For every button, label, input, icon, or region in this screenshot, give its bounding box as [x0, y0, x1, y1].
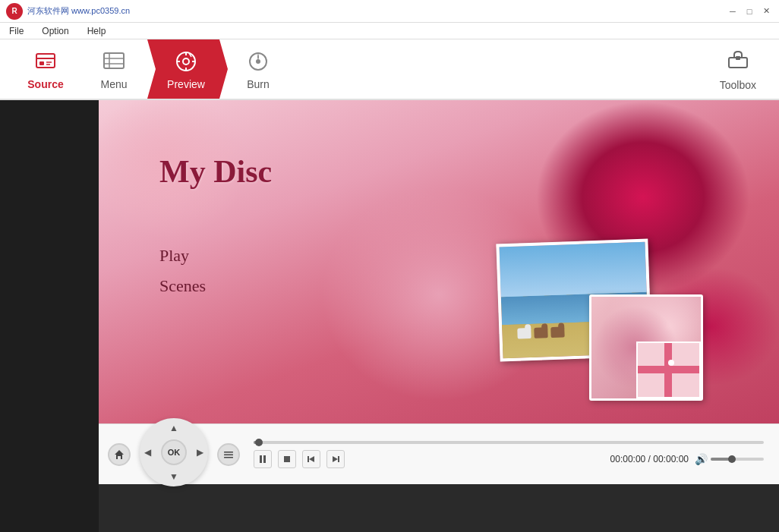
time-display: 00:00:00 / 00:00:00 — [610, 454, 689, 464]
menu-item-play[interactable]: Play — [159, 241, 206, 271]
preview-icon — [172, 48, 200, 75]
window-controls: ─ □ ✕ — [726, 5, 773, 18]
menu-label: Menu — [100, 78, 127, 90]
source-icon — [32, 48, 59, 75]
nav-up-button[interactable]: ▲ — [169, 423, 178, 433]
playback-row: 00:00:00 / 00:00:00 🔊 — [254, 450, 764, 468]
minimize-button[interactable]: ─ — [726, 5, 740, 18]
svg-rect-2 — [39, 61, 44, 65]
tab-menu[interactable]: Menu — [72, 39, 156, 99]
horses — [517, 326, 564, 338]
controls-row: 00:00:00 / 00:00:00 🔊 — [248, 441, 770, 468]
maximize-button[interactable]: □ — [743, 5, 756, 18]
nav-left-button[interactable]: ◀ — [144, 447, 151, 458]
svg-rect-0 — [36, 54, 55, 68]
nav-down-button[interactable]: ▼ — [169, 471, 178, 482]
svg-rect-24 — [284, 456, 290, 462]
menubar: File Option Help — [0, 23, 779, 39]
svg-rect-5 — [104, 53, 124, 68]
menu-nav-icon — [100, 48, 128, 75]
tab-toolbox[interactable]: Toolbox — [697, 39, 779, 99]
pink-photo — [589, 294, 703, 401]
disc-title: My Disc — [159, 153, 272, 190]
burn-icon — [244, 48, 272, 75]
svg-rect-20 — [224, 454, 233, 455]
gift-ribbon-dot — [668, 360, 674, 366]
preview-area: My Disc Play Scenes — [99, 100, 779, 532]
svg-rect-19 — [224, 452, 233, 453]
svg-rect-23 — [263, 455, 266, 463]
svg-rect-22 — [260, 455, 262, 463]
horse-2 — [534, 327, 547, 338]
preview-label: Preview — [167, 78, 205, 90]
beach-sky — [499, 242, 646, 297]
svg-marker-26 — [309, 456, 314, 462]
svg-rect-21 — [224, 457, 233, 458]
tab-preview[interactable]: Preview — [144, 39, 228, 99]
left-panel — [0, 100, 99, 532]
preview-image: My Disc Play Scenes — [99, 100, 779, 423]
main-area: My Disc Play Scenes — [0, 100, 779, 532]
svg-rect-27 — [338, 456, 339, 462]
volume-icon: 🔊 — [695, 453, 708, 465]
source-label: Source — [27, 78, 63, 90]
titlebar: R 河东软件网 www.pc0359.cn ─ □ ✕ — [0, 0, 779, 23]
svg-point-10 — [183, 58, 189, 65]
pause-button[interactable] — [254, 450, 272, 468]
disc-menu-items: Play Scenes — [159, 241, 206, 301]
home-button[interactable] — [108, 443, 131, 466]
svg-marker-28 — [333, 456, 338, 462]
menu-option[interactable]: Option — [39, 24, 71, 38]
navigation-circle: ▲ ▼ ◀ ▶ OK — [140, 418, 208, 486]
progress-handle[interactable] — [255, 439, 263, 446]
next-button[interactable] — [326, 450, 345, 468]
menu-item-scenes[interactable]: Scenes — [159, 271, 206, 301]
menu-button[interactable] — [217, 443, 240, 466]
burn-label: Burn — [247, 78, 270, 90]
volume-section: 🔊 — [695, 453, 764, 465]
volume-handle[interactable] — [728, 455, 736, 463]
menu-file[interactable]: File — [6, 24, 27, 38]
navbar: Source Menu Preview — [0, 39, 779, 100]
close-button[interactable]: ✕ — [759, 5, 773, 18]
prev-button[interactable] — [302, 450, 320, 468]
progress-bar[interactable] — [254, 441, 764, 444]
volume-slider[interactable] — [711, 458, 764, 461]
stop-button[interactable] — [278, 450, 296, 468]
menu-help[interactable]: Help — [84, 24, 109, 38]
toolbox-icon — [726, 47, 750, 76]
toolbox-label: Toolbox — [720, 79, 756, 91]
horse-3 — [550, 326, 564, 338]
svg-rect-25 — [308, 456, 309, 462]
gift-ribbon-v — [664, 343, 672, 397]
ok-button[interactable]: OK — [161, 439, 187, 465]
tab-source[interactable]: Source — [0, 39, 84, 99]
app-logo: R — [6, 3, 23, 20]
nav-right-button[interactable]: ▶ — [197, 447, 203, 458]
watermark-text: 河东软件网 www.pc0359.cn — [27, 5, 726, 17]
tab-burn[interactable]: Burn — [216, 39, 300, 99]
controls-area: ▲ ▼ ◀ ▶ OK — [99, 423, 779, 484]
svg-rect-18 — [736, 56, 740, 60]
gift-box — [636, 342, 701, 398]
photo-collage — [498, 241, 703, 401]
horse-1 — [517, 328, 531, 339]
